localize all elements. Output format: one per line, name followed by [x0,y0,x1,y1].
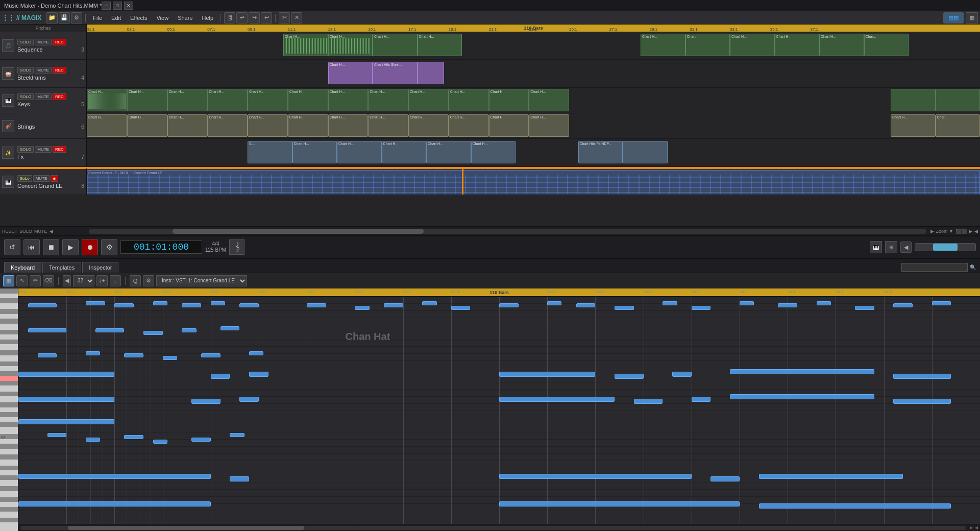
menu-edit[interactable]: Edit [107,14,125,22]
zoom-slider[interactable] [915,243,976,251]
clip-keys-13[interactable] [891,89,936,111]
clip-keys-3[interactable]: Chart H... [167,89,208,111]
clip-fx-1[interactable]: C... [248,141,292,163]
clip-fx-8[interactable] [623,141,668,163]
track-rec-sequence[interactable]: REC [53,39,66,45]
toolbar-cut-btn[interactable]: ✂ [279,12,290,23]
clip-keys-8[interactable]: Chart H... [368,89,408,111]
pr-note-16[interactable] [163,356,177,360]
pr-note-52[interactable] [499,372,595,377]
pr-note-62[interactable] [499,474,692,479]
tab-search-input[interactable] [901,263,968,272]
track-solo-fx[interactable]: SOLO [17,146,34,153]
pr-note-19[interactable] [18,372,114,377]
track-rec-keys[interactable]: REC [53,93,66,100]
clip-keys-9[interactable]: Chart H... [408,89,449,111]
clip-seq-8[interactable]: Chart H... [775,34,820,56]
pr-note-57[interactable] [499,397,615,402]
pr-note-56[interactable] [893,374,951,379]
menu-help[interactable]: Help [198,14,218,22]
clip-fx-2[interactable]: Chart H... [292,141,337,163]
pr-note-40[interactable] [499,303,519,307]
pr-note-1[interactable] [28,303,57,307]
track-solo-keys[interactable]: SOLO [17,93,34,100]
clip-keys-4[interactable]: Chart H... [207,89,248,111]
menu-view[interactable]: View [152,14,173,22]
pr-note-25[interactable] [18,419,114,424]
toolbar-open-btn[interactable]: 📁 [46,12,58,23]
clip-str-6[interactable]: Chart H... [288,114,328,137]
pr-note-9[interactable] [95,328,125,332]
close-button[interactable]: ✕ [124,2,133,10]
pr-quantize-select[interactable]: 321684 [73,275,94,286]
pr-vel-btn[interactable]: ≡ [110,275,121,286]
pr-note-48[interactable] [817,301,831,305]
view-piano-btn[interactable]: 🎹 [870,241,882,253]
clip-seq-7[interactable]: Chart H... [730,34,775,56]
track-solo-sequence[interactable]: SOLO [17,39,34,45]
track-mute-sequence[interactable]: MUTE [35,39,52,45]
toolbar-save-btn[interactable]: 💾 [59,12,70,23]
track-lane-sequence[interactable]: Chart H... Chart H... Chart H... Chart H… [87,32,980,59]
clip-keys-11[interactable]: Chart H... [489,89,529,111]
pr-note-7[interactable] [239,303,259,307]
clip-str-1[interactable]: Chart H... [87,114,127,137]
pr-note-12[interactable] [220,326,240,330]
track-solo-steeldrums[interactable]: SOLO [17,67,34,74]
pr-note-61[interactable] [893,399,951,404]
pr-note-17[interactable] [201,353,220,357]
pr-bar-tool[interactable]: ▦ [3,275,14,286]
pr-note-23[interactable] [191,399,220,404]
metronome-button[interactable]: 𝄞 [229,239,244,255]
loop-button[interactable]: ↺ [4,239,20,255]
pr-note-35[interactable] [307,303,326,307]
pr-note-21[interactable] [249,372,268,377]
toolbar-settings-btn[interactable]: ⚙ [71,12,82,23]
pr-pencil-tool[interactable]: ✏ [30,275,41,286]
clip-seq-3[interactable]: Chart H... [373,34,418,56]
clip-str-4[interactable]: Chart H... [207,114,248,137]
clip-seq-4[interactable]: Chart H... [418,34,462,56]
pr-scrollbar[interactable]: ▶ ◀ [18,524,980,531]
transport-prev-btn[interactable]: ◀ [900,242,912,253]
track-lane-steeldrums[interactable]: Chart H... Chart Hits Steel... [87,60,980,87]
pr-note-47[interactable] [778,303,797,307]
clip-seq-5[interactable]: Chart H... [641,34,685,56]
pr-note-53[interactable] [615,374,644,379]
rewind-button[interactable]: ⏮ [23,239,40,255]
pr-grid[interactable]: Chan Hat [18,297,980,524]
pr-note-8[interactable] [28,328,66,332]
pr-note-58[interactable] [634,399,663,404]
pr-note-20[interactable] [211,374,230,379]
pr-note-2[interactable] [86,301,105,305]
pr-note-41[interactable] [547,301,561,305]
track-scrollbar[interactable]: RESET SOLO MUTE ◀ ▶ Zoom ▼ ⬛⬛ ▶ ◀ [0,226,980,235]
track-lane-keys[interactable]: Chart H... Chart H... Chart H... Chart H… [87,88,980,113]
pr-note-44[interactable] [663,301,677,305]
clip-piano-main[interactable]: Concert Grand LE - MIDI → Concert Grand … [87,170,980,195]
clip-str-11[interactable]: Chart H... [489,114,529,137]
settings-button[interactable]: ⚙ [101,239,117,255]
pr-note-46[interactable] [740,301,754,305]
pr-note-34[interactable] [18,501,211,506]
pr-scrollbar-thumb[interactable] [68,526,304,530]
clip-seq-10[interactable]: Char... [864,34,909,56]
pr-note-60[interactable] [730,394,874,399]
clip-keys-14[interactable] [936,89,981,111]
pr-note-26[interactable] [47,433,67,437]
toolbar-view1-btn[interactable]: ▤▤ [943,12,964,23]
menu-share[interactable]: Share [174,14,197,22]
menu-file[interactable]: File [89,14,106,22]
minimize-button[interactable]: ─ [102,2,111,10]
track-rec-piano[interactable]: ■ [51,175,58,182]
tab-keyboard[interactable]: Keyboard [4,262,41,273]
pr-note-11[interactable] [182,328,196,332]
pr-note-36[interactable] [355,306,369,310]
menu-effects[interactable]: Effects [126,14,151,22]
maximize-button[interactable]: □ [113,2,122,10]
pr-note-14[interactable] [86,351,100,355]
clip-keys-12[interactable]: Chart H... [529,89,569,111]
clip-keys-7[interactable]: Chart H... [328,89,369,111]
pr-note-39[interactable] [451,306,471,310]
clip-fx-7[interactable]: Chart Hits Fx.HDP... [578,141,623,163]
